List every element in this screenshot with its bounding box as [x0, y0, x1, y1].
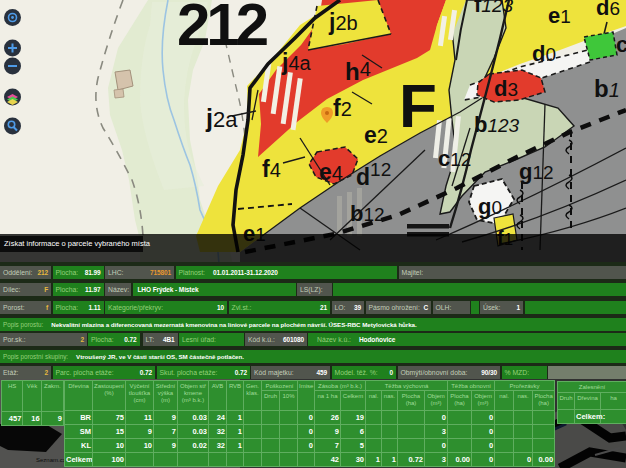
svg-text:b12: b12 — [350, 201, 385, 226]
svg-text:b1: b1 — [594, 75, 620, 102]
svg-text:e4: e4 — [319, 159, 343, 185]
svg-text:j2b: j2b — [328, 9, 358, 35]
svg-text:f123: f123 — [474, 0, 513, 17]
svg-text:f4: f4 — [262, 156, 281, 182]
svg-text:j2a: j2a — [205, 104, 238, 132]
svg-text:d3: d3 — [494, 76, 518, 101]
svg-text:g12: g12 — [519, 159, 554, 184]
svg-text:212: 212 — [177, 0, 267, 58]
svg-text:d6: d6 — [596, 0, 620, 20]
svg-text:F: F — [399, 71, 437, 140]
svg-text:f2: f2 — [333, 95, 352, 121]
svg-text:c: c — [616, 32, 626, 57]
svg-text:d0: d0 — [532, 41, 556, 66]
svg-text:b123: b123 — [474, 112, 520, 137]
svg-text:j4a: j4a — [281, 49, 312, 75]
svg-text:c12: c12 — [438, 146, 471, 171]
svg-text:g0: g0 — [478, 194, 502, 219]
svg-text:e2: e2 — [364, 122, 388, 148]
svg-text:e1: e1 — [548, 3, 571, 28]
